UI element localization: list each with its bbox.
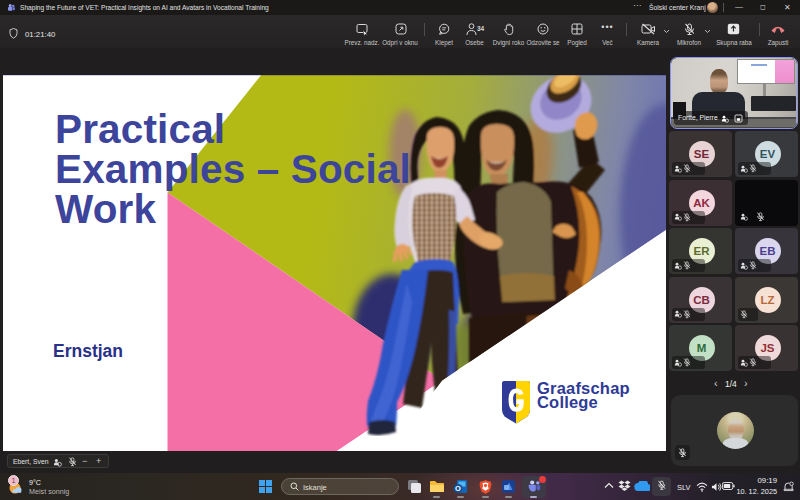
- svg-text:O: O: [455, 484, 461, 493]
- svg-text:College: College: [537, 393, 598, 411]
